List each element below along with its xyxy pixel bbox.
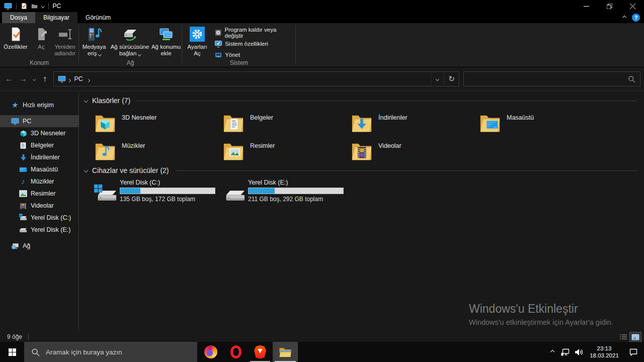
collapse-section-icon[interactable] (84, 99, 88, 103)
drive-tile-e[interactable]: Yerel Disk (E:) 211 GB boş, 292 GB topla… (222, 178, 348, 207)
sidebar-item-pc[interactable]: PC (0, 115, 79, 127)
tab-dosya[interactable]: Dosya (2, 12, 35, 23)
ozellikler-button[interactable]: Özellikler (0, 25, 31, 58)
back-button[interactable]: ← (2, 71, 16, 86)
volume-tray-icon[interactable] (572, 342, 586, 362)
folder-tile-indirilenler[interactable]: İndirilenler (350, 111, 476, 139)
navigation-bar: ← → ↑ PC ↻ (0, 67, 644, 91)
ag-surucusune-baglan-button[interactable]: Ağ sürücüsüne bağlan (109, 25, 150, 58)
drive-name: Yerel Disk (E:) (248, 178, 344, 187)
folders-section-header[interactable]: Klasörler (7) (85, 96, 637, 106)
help-icon[interactable]: ? (632, 14, 640, 22)
sidebar-item-ag[interactable]: Ağ (0, 240, 79, 252)
folder-tile-masaustu[interactable]: Masaüstü (478, 111, 604, 139)
properties-icon[interactable] (21, 3, 27, 10)
rename-icon (57, 26, 73, 42)
sidebar-item-yerel-disk-c[interactable]: Yerel Disk (C:) (0, 212, 79, 224)
file-explorer-icon (279, 346, 292, 357)
explorer-body: ★ Hızlı erişim PC 3D Nesneler Belgeler İ… (0, 91, 644, 332)
navigation-pane: ★ Hızlı erişim PC 3D Nesneler Belgeler İ… (0, 91, 79, 332)
folder-tile-muzikler[interactable]: Müzikler (94, 139, 219, 167)
breadcrumb-pc[interactable]: PC (72, 75, 85, 82)
sidebar-item-videolar[interactable]: Videolar (0, 200, 79, 212)
forward-button[interactable]: → (16, 71, 30, 86)
address-bar[interactable]: PC ↻ (53, 71, 459, 86)
divider (16, 3, 17, 10)
sidebar-item-hizli-erisim[interactable]: ★ Hızlı erişim (0, 99, 79, 111)
folder-tile-3d-nesneler[interactable]: 3D Nesneler (94, 111, 219, 139)
action-center-icon[interactable] (623, 342, 644, 362)
clock-date: 18.03.2021 (590, 352, 619, 359)
folder-tile-belgeler[interactable]: Belgeler (222, 111, 348, 139)
taskbar-firefox-button[interactable] (199, 342, 222, 362)
start-button[interactable] (0, 342, 24, 362)
drives-section-header[interactable]: Cihazlar ve sürücüler (2) (85, 165, 637, 175)
yeniden-adlandir-button[interactable]: Yeniden adlandır (51, 25, 78, 58)
taskbar-brave-button[interactable] (249, 342, 272, 362)
network-tray-icon[interactable] (558, 342, 572, 362)
desktop: PC Dosya Bilgisayar Görünüm ? Özellikler (0, 0, 644, 362)
refresh-button[interactable]: ↻ (444, 72, 459, 86)
taskbar-search-placeholder: Aramak için buraya yazın (46, 348, 122, 356)
folder-tile-resimler[interactable]: Resimler (222, 139, 348, 167)
group-label-sistem: Sistem (182, 59, 296, 66)
close-button[interactable] (621, 0, 644, 12)
system-tray: 23:13 18.03.2021 (546, 342, 644, 362)
new-folder-icon[interactable] (31, 3, 38, 10)
sidebar-item-resimler[interactable]: Resimler (0, 188, 79, 200)
search-icon (628, 75, 635, 83)
breadcrumb-separator-icon (68, 74, 70, 83)
group-label-ag: Ağ (79, 59, 182, 66)
taskbar-explorer-button[interactable] (273, 342, 298, 362)
up-button[interactable]: ↑ (38, 71, 51, 86)
address-dropdown-button[interactable] (431, 72, 444, 86)
program-kaldir-button[interactable]: Program kaldır veya değiştir (212, 28, 296, 38)
ribbon-group-konum: Özellikler Aç Yeniden adlandır Konum (0, 23, 78, 67)
pc-icon (11, 117, 19, 125)
yonet-button[interactable]: Yönet (212, 50, 296, 60)
media-server-icon (86, 26, 102, 42)
3d-objects-icon (19, 129, 27, 137)
taskbar-opera-button[interactable] (224, 342, 248, 362)
large-icons-view-button[interactable] (630, 332, 641, 341)
clock[interactable]: 23:13 18.03.2021 (586, 342, 623, 362)
tab-bilgisayar[interactable]: Bilgisayar (35, 12, 77, 23)
sidebar-item-masaustu[interactable]: Masaüstü (0, 163, 79, 175)
sidebar-item-belgeler[interactable]: Belgeler (0, 139, 79, 151)
taskbar-search-input[interactable]: Aramak için buraya yazın (24, 342, 197, 362)
map-network-drive-icon (122, 26, 138, 42)
details-view-button[interactable] (618, 332, 629, 341)
medyaya-eris-button[interactable]: Medyaya eriş (79, 25, 109, 58)
ayarlari-ac-button[interactable]: Ayarları Aç (185, 25, 209, 58)
tab-gorunum[interactable]: Görünüm (77, 12, 119, 23)
sidebar-item-3d-nesneler[interactable]: 3D Nesneler (0, 127, 79, 139)
videos-icon (19, 202, 27, 210)
item-count: 9 öğe (7, 333, 22, 340)
folder-documents-icon (222, 111, 245, 134)
ag-konumu-ekle-button[interactable]: Ağ konumu ekle (150, 25, 182, 58)
status-bar: 9 öğe (0, 332, 644, 342)
recent-locations-button[interactable] (30, 71, 38, 86)
minimize-ribbon-icon[interactable] (622, 16, 626, 20)
quick-access-toolbar (0, 2, 49, 10)
drive-e-icon (222, 183, 246, 205)
minimize-button[interactable] (575, 0, 598, 12)
drive-tile-c[interactable]: Yerel Disk (C:) 135 GB boş, 172 GB topla… (94, 178, 219, 207)
ac-button[interactable]: Aç (31, 25, 51, 58)
tray-overflow-chevron-icon[interactable] (546, 342, 558, 362)
folder-tile-videolar[interactable]: Videolar (350, 139, 476, 167)
computer-management-icon (214, 51, 222, 59)
restore-button[interactable] (598, 0, 621, 12)
divider (48, 3, 49, 10)
sidebar-item-yerel-disk-e[interactable]: Yerel Disk (E:) (0, 224, 79, 236)
sidebar-item-muzikler[interactable]: ♪ Müzikler (0, 175, 79, 188)
customize-quick-access-icon[interactable] (41, 5, 44, 8)
dropdown-icon (138, 53, 141, 56)
sidebar-item-indirilenler[interactable]: İndirilenler (0, 151, 79, 163)
sistem-ozellikleri-button[interactable]: Sistem özellikleri (212, 39, 296, 49)
collapse-section-icon[interactable] (84, 168, 88, 172)
open-icon (33, 26, 49, 42)
opera-icon (230, 345, 242, 358)
explorer-search-input[interactable] (463, 71, 640, 86)
search-icon (31, 348, 40, 356)
